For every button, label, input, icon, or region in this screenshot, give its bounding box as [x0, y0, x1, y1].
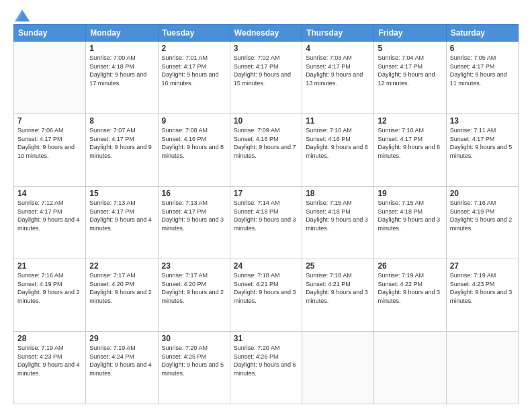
header [13, 11, 519, 19]
calendar-cell: 15Sunrise: 7:13 AMSunset: 4:17 PMDayligh… [86, 187, 158, 259]
calendar-cell [302, 332, 374, 404]
calendar-cell [446, 332, 518, 404]
day-number: 28 [17, 334, 82, 343]
day-number: 11 [306, 116, 370, 126]
calendar-cell: 19Sunrise: 7:15 AMSunset: 4:18 PMDayligh… [374, 187, 446, 259]
weekday-header-row: SundayMondayTuesdayWednesdayThursdayFrid… [14, 25, 519, 42]
day-number: 2 [162, 44, 226, 53]
day-number: 26 [378, 261, 442, 271]
weekday-header-monday: Monday [86, 25, 158, 42]
calendar-cell: 21Sunrise: 7:16 AMSunset: 4:19 PMDayligh… [14, 259, 86, 332]
weekday-header-friday: Friday [374, 25, 446, 42]
sun-info: Sunrise: 7:08 AMSunset: 4:16 PMDaylight:… [162, 126, 226, 160]
day-number: 23 [162, 261, 226, 271]
calendar-cell: 27Sunrise: 7:19 AMSunset: 4:23 PMDayligh… [446, 259, 518, 332]
calendar-week-0: 1Sunrise: 7:00 AMSunset: 4:18 PMDaylight… [14, 42, 519, 114]
page: SundayMondayTuesdayWednesdayThursdayFrid… [0, 0, 532, 411]
calendar-cell: 22Sunrise: 7:17 AMSunset: 4:20 PMDayligh… [86, 259, 158, 332]
day-number: 8 [89, 116, 154, 126]
weekday-header-saturday: Saturday [446, 25, 518, 42]
sun-info: Sunrise: 7:10 AMSunset: 4:17 PMDaylight:… [378, 126, 442, 160]
calendar-cell: 30Sunrise: 7:20 AMSunset: 4:25 PMDayligh… [158, 332, 230, 404]
day-number: 9 [162, 116, 226, 126]
day-number: 29 [89, 334, 154, 343]
sun-info: Sunrise: 7:11 AMSunset: 4:17 PMDaylight:… [450, 126, 515, 160]
calendar-cell: 31Sunrise: 7:20 AMSunset: 4:26 PMDayligh… [230, 332, 302, 404]
sun-info: Sunrise: 7:12 AMSunset: 4:17 PMDaylight:… [17, 199, 82, 232]
day-number: 3 [234, 44, 298, 53]
sun-info: Sunrise: 7:15 AMSunset: 4:18 PMDaylight:… [378, 199, 442, 232]
sun-info: Sunrise: 7:20 AMSunset: 4:25 PMDaylight:… [162, 344, 226, 377]
calendar-cell [374, 332, 446, 404]
sun-info: Sunrise: 7:09 AMSunset: 4:16 PMDaylight:… [234, 126, 298, 160]
day-number: 13 [450, 116, 515, 126]
day-number: 20 [450, 189, 515, 198]
day-number: 1 [89, 44, 154, 53]
calendar-cell: 13Sunrise: 7:11 AMSunset: 4:17 PMDayligh… [446, 114, 518, 187]
calendar-cell: 24Sunrise: 7:18 AMSunset: 4:21 PMDayligh… [230, 259, 302, 332]
sun-info: Sunrise: 7:19 AMSunset: 4:23 PMDaylight:… [17, 344, 82, 377]
sun-info: Sunrise: 7:17 AMSunset: 4:20 PMDaylight:… [89, 271, 154, 305]
weekday-header-tuesday: Tuesday [158, 25, 230, 42]
calendar-week-1: 7Sunrise: 7:06 AMSunset: 4:17 PMDaylight… [14, 114, 519, 187]
calendar-cell: 3Sunrise: 7:02 AMSunset: 4:17 PMDaylight… [230, 42, 302, 114]
sun-info: Sunrise: 7:00 AMSunset: 4:18 PMDaylight:… [89, 54, 154, 87]
calendar-cell: 20Sunrise: 7:16 AMSunset: 4:19 PMDayligh… [446, 187, 518, 259]
sun-info: Sunrise: 7:03 AMSunset: 4:17 PMDaylight:… [306, 54, 370, 87]
day-number: 6 [450, 44, 515, 53]
calendar-cell: 4Sunrise: 7:03 AMSunset: 4:17 PMDaylight… [302, 42, 374, 114]
calendar-cell: 29Sunrise: 7:19 AMSunset: 4:24 PMDayligh… [86, 332, 158, 404]
calendar-week-2: 14Sunrise: 7:12 AMSunset: 4:17 PMDayligh… [14, 187, 519, 259]
sun-info: Sunrise: 7:06 AMSunset: 4:17 PMDaylight:… [17, 126, 82, 160]
day-number: 10 [234, 116, 298, 126]
calendar: SundayMondayTuesdayWednesdayThursdayFrid… [13, 24, 519, 404]
day-number: 7 [17, 116, 82, 126]
sun-info: Sunrise: 7:07 AMSunset: 4:17 PMDaylight:… [89, 126, 154, 160]
sun-info: Sunrise: 7:14 AMSunset: 4:18 PMDaylight:… [234, 199, 298, 232]
day-number: 31 [234, 334, 298, 343]
sun-info: Sunrise: 7:19 AMSunset: 4:23 PMDaylight:… [450, 271, 515, 305]
day-number: 17 [234, 189, 298, 198]
day-number: 18 [306, 189, 370, 198]
calendar-cell: 11Sunrise: 7:10 AMSunset: 4:16 PMDayligh… [302, 114, 374, 187]
sun-info: Sunrise: 7:10 AMSunset: 4:16 PMDaylight:… [306, 126, 370, 160]
sun-info: Sunrise: 7:18 AMSunset: 4:21 PMDaylight:… [306, 271, 370, 305]
calendar-cell: 8Sunrise: 7:07 AMSunset: 4:17 PMDaylight… [86, 114, 158, 187]
calendar-cell: 28Sunrise: 7:19 AMSunset: 4:23 PMDayligh… [14, 332, 86, 404]
sun-info: Sunrise: 7:01 AMSunset: 4:17 PMDaylight:… [162, 54, 226, 87]
logo-icon [15, 9, 30, 21]
day-number: 25 [306, 261, 370, 271]
sun-info: Sunrise: 7:02 AMSunset: 4:17 PMDaylight:… [234, 54, 298, 87]
weekday-header-wednesday: Wednesday [230, 25, 302, 42]
calendar-cell: 9Sunrise: 7:08 AMSunset: 4:16 PMDaylight… [158, 114, 230, 187]
day-number: 27 [450, 261, 515, 271]
calendar-cell: 25Sunrise: 7:18 AMSunset: 4:21 PMDayligh… [302, 259, 374, 332]
day-number: 22 [89, 261, 154, 271]
calendar-cell: 2Sunrise: 7:01 AMSunset: 4:17 PMDaylight… [158, 42, 230, 114]
calendar-week-3: 21Sunrise: 7:16 AMSunset: 4:19 PMDayligh… [14, 259, 519, 332]
calendar-cell: 12Sunrise: 7:10 AMSunset: 4:17 PMDayligh… [374, 114, 446, 187]
day-number: 16 [162, 189, 226, 198]
sun-info: Sunrise: 7:19 AMSunset: 4:24 PMDaylight:… [89, 344, 154, 377]
sun-info: Sunrise: 7:04 AMSunset: 4:17 PMDaylight:… [378, 54, 442, 87]
day-number: 19 [378, 189, 442, 198]
calendar-cell: 23Sunrise: 7:17 AMSunset: 4:20 PMDayligh… [158, 259, 230, 332]
sun-info: Sunrise: 7:18 AMSunset: 4:21 PMDaylight:… [234, 271, 298, 305]
calendar-cell: 17Sunrise: 7:14 AMSunset: 4:18 PMDayligh… [230, 187, 302, 259]
weekday-header-thursday: Thursday [302, 25, 374, 42]
calendar-cell: 5Sunrise: 7:04 AMSunset: 4:17 PMDaylight… [374, 42, 446, 114]
calendar-cell: 16Sunrise: 7:13 AMSunset: 4:17 PMDayligh… [158, 187, 230, 259]
calendar-cell: 26Sunrise: 7:19 AMSunset: 4:22 PMDayligh… [374, 259, 446, 332]
calendar-cell: 6Sunrise: 7:05 AMSunset: 4:17 PMDaylight… [446, 42, 518, 114]
calendar-cell: 1Sunrise: 7:00 AMSunset: 4:18 PMDaylight… [86, 42, 158, 114]
calendar-cell: 7Sunrise: 7:06 AMSunset: 4:17 PMDaylight… [14, 114, 86, 187]
day-number: 4 [306, 44, 370, 53]
day-number: 12 [378, 116, 442, 126]
calendar-cell: 10Sunrise: 7:09 AMSunset: 4:16 PMDayligh… [230, 114, 302, 187]
sun-info: Sunrise: 7:17 AMSunset: 4:20 PMDaylight:… [162, 271, 226, 305]
day-number: 30 [162, 334, 226, 343]
sun-info: Sunrise: 7:13 AMSunset: 4:17 PMDaylight:… [162, 199, 226, 232]
sun-info: Sunrise: 7:05 AMSunset: 4:17 PMDaylight:… [450, 54, 515, 87]
day-number: 21 [17, 261, 82, 271]
day-number: 5 [378, 44, 442, 53]
